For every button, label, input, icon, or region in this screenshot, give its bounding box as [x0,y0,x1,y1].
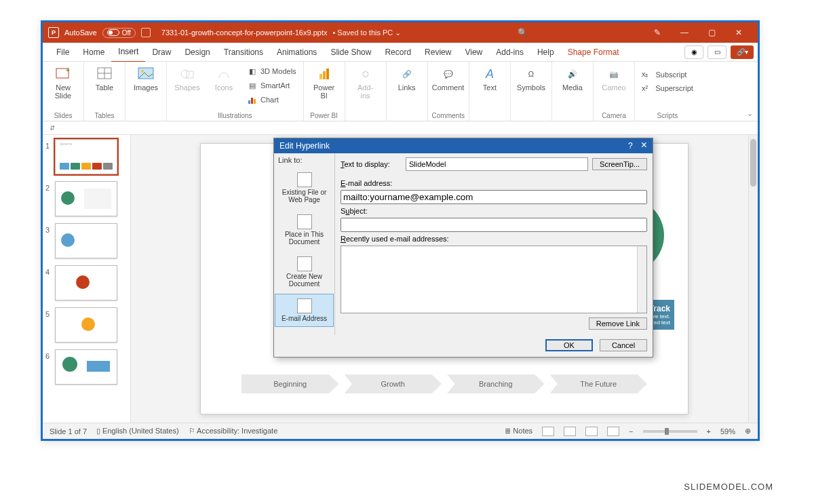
maximize-button[interactable]: ▢ [698,28,725,37]
notes-button[interactable]: ≣ Notes [505,427,532,435]
tab-animations[interactable]: Animations [270,43,324,62]
dialog-close-button[interactable]: × [641,141,647,151]
tab-addins[interactable]: Add-ins [489,43,530,62]
search-icon[interactable]: 🔍 [509,28,536,37]
shapes-button[interactable]: Shapes [171,64,204,92]
arrow-beginning[interactable]: Beginning [241,374,339,393]
slide-counter[interactable]: Slide 1 of 7 [50,427,87,435]
saved-status[interactable]: • Saved to this PC ⌄ [332,28,401,37]
arrow-growth[interactable]: Growth [345,374,442,393]
media-button[interactable]: 🔊 Media [556,64,589,92]
screentip-button[interactable]: ScreenTip... [592,158,647,170]
icons-button[interactable]: Icons [208,64,240,92]
superscript-button[interactable]: x² Superscript [639,83,696,94]
globe-file-icon [297,172,312,187]
tab-design[interactable]: Design [178,43,216,62]
comment-button[interactable]: 💬 Comment [432,64,465,92]
thumb-1[interactable]: GROWTH [55,139,117,174]
addins-button[interactable]: ⬡ Add- ins [349,64,382,100]
symbols-button[interactable]: Ω Symbols [515,64,547,92]
listbox-scrollbar[interactable] [637,246,646,313]
language-status[interactable]: ▯ English (United States) [96,427,179,435]
icons-icon [216,66,232,82]
zoom-percent[interactable]: 59% [720,427,735,435]
ok-button[interactable]: OK [545,339,593,351]
subscript-button[interactable]: x₂ Subscript [639,69,689,80]
group-label-tables: Tables [88,111,121,119]
cancel-button[interactable]: Cancel [600,339,647,351]
tab-home[interactable]: Home [76,43,111,62]
thumb-6[interactable] [55,349,117,385]
view-sorter-button[interactable] [564,427,576,436]
zoom-out-button[interactable]: − [629,427,633,435]
group-label-text [473,118,506,119]
fit-button[interactable]: ⊕ [745,427,751,435]
titlebar: P AutoSave Off 7331-01-growth-concept-fo… [43,22,758,43]
email-address-input[interactable] [341,190,647,204]
table-button[interactable]: Table [88,64,121,92]
text-button[interactable]: A Text [473,64,506,92]
powerbi-icon [316,66,332,82]
tab-transitions[interactable]: Transitions [217,43,270,62]
thumb-4[interactable] [55,265,117,301]
chart-button[interactable]: Chart [244,93,299,106]
linkto-existing-file[interactable]: Existing File or Web Page [275,168,334,208]
new-slide-button[interactable]: + New Slide [47,64,79,100]
images-button[interactable]: Images [130,64,162,92]
3d-models-button[interactable]: ◧3D Models [244,64,299,78]
record-button[interactable]: ◉ [684,45,703,59]
cameo-button[interactable]: 📷 Cameo [598,64,630,92]
canvas-scrollbar[interactable] [748,135,758,423]
accessibility-status[interactable]: ⚐ Accessibility: Investigate [189,427,278,435]
qat-more-icon[interactable]: ⇵ [50,124,55,132]
tab-draw[interactable]: Draw [145,43,178,62]
autosave-toggle[interactable]: Off [102,28,136,38]
linkto-place-in-doc[interactable]: Place in This Document [275,210,334,250]
tab-help[interactable]: Help [530,43,561,62]
remove-link-button[interactable]: Remove Link [589,317,647,330]
linkto-create-new[interactable]: Create New Document [275,252,334,292]
group-label-addins [349,118,382,119]
edit-hyperlink-dialog: Edit Hyperlink ? × Link to: Existing Fil… [273,138,653,357]
zoom-slider[interactable] [643,430,697,433]
view-slideshow-button[interactable] [607,427,619,436]
quick-access-row: ⇵ [43,121,758,135]
tab-file[interactable]: File [50,43,76,62]
subject-input[interactable] [341,218,647,232]
arrow-branching[interactable]: Branching [447,374,545,393]
smartart-button[interactable]: ▤SmartArt [244,79,299,92]
arrow-future[interactable]: The Future [550,374,648,393]
minimize-button[interactable]: — [671,28,698,37]
view-reading-button[interactable] [585,427,598,436]
dialog-help-button[interactable]: ? [628,141,633,151]
thumb-5[interactable] [55,307,117,343]
links-button[interactable]: 🔗 Links [391,64,423,92]
tab-view[interactable]: View [458,43,489,62]
zoom-in-button[interactable]: + [707,427,711,435]
thumb-3[interactable] [55,223,117,258]
linkto-email[interactable]: E-mail Address [275,294,334,327]
slide-thumbnails[interactable]: 1GROWTH 2 3 4 5 6 [43,135,131,423]
tab-insert[interactable]: Insert [111,42,145,62]
tab-shape-format[interactable]: Shape Format [561,43,626,62]
save-icon[interactable] [141,28,151,37]
powerbi-button[interactable]: Power BI [308,64,341,100]
tab-record[interactable]: Record [378,43,418,62]
new-document-icon [297,256,312,271]
recent-emails-listbox[interactable] [341,246,647,313]
thumb-2[interactable] [55,181,117,216]
present-button[interactable]: ▭ [708,45,726,59]
tab-slideshow[interactable]: Slide Show [324,43,378,62]
dialog-titlebar[interactable]: Edit Hyperlink ? × [274,138,653,153]
svg-rect-13 [323,71,326,79]
ribbon-collapse-button[interactable]: ⌄ [741,62,758,121]
share-button[interactable]: 🔗▾ [731,45,754,59]
text-to-display-input[interactable] [406,157,588,171]
close-button[interactable]: ✕ [725,28,752,37]
camera-icon: 📷 [606,66,622,82]
canvas-area: Track ample text. esired text Beginning … [131,135,758,423]
pencil-icon[interactable]: ✎ [644,28,671,37]
recent-label: Recently used e-mail addresses: [341,235,647,243]
tab-review[interactable]: Review [418,43,458,62]
view-normal-button[interactable] [542,427,554,436]
